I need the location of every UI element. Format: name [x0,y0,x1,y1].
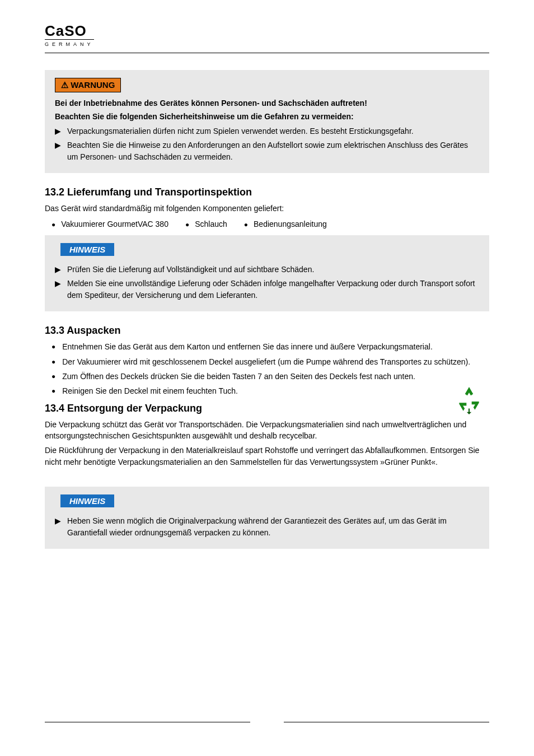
warning-badge: ⚠ WARNUNG [55,78,121,92]
note-bullet: ▶ Melden Sie eine unvollständige Lieferu… [55,278,479,301]
lieferumfang-intro: Das Gerät wird standardmäßig mit folgend… [45,203,489,214]
warning-bullet: ▶ Verpackungsmaterialien dürfen nicht zu… [55,125,479,137]
triangle-right-icon: ▶ [55,139,67,151]
verpackung-para: Die Verpackung schützt das Gerät vor Tra… [45,419,489,442]
bullet-icon: ● [51,371,55,381]
triangle-right-icon: ▶ [55,278,67,290]
list-item: ●Entnehmen Sie das Gerät aus dem Karton … [51,341,489,352]
recycle-icon [455,385,484,414]
verpackung-para: Die Rückführung der Verpackung in den Ma… [45,445,489,468]
note-bullet: ▶ Heben Sie wenn möglich die Originalver… [55,515,479,539]
header-divider [45,53,489,53]
note-callout: HINWEIS ▶ Heben Sie wenn möglich die Ori… [45,487,489,549]
section-title-auspacken: 13.3 Auspacken [45,325,489,337]
lieferumfang-items: ●Vakuumierer GourmetVAC 380 ●Schlauch ●B… [51,220,489,228]
item-text: Zum Öffnen des Deckels drücken Sie die b… [62,371,489,382]
list-item: ●Zum Öffnen des Deckels drücken Sie die … [51,371,489,382]
brand-name: CaSO [45,24,94,40]
list-item: ●Vakuumierer GourmetVAC 380 [51,220,168,228]
warning-callout: ⚠ WARNUNG Bei der Inbetriebnahme des Ger… [45,70,489,173]
triangle-right-icon: ▶ [55,515,67,527]
auspacken-list: ●Entnehmen Sie das Gerät aus dem Karton … [51,341,489,396]
brand-logo: CaSO GERMANY [45,24,94,47]
list-item: ●Reinigen Sie den Deckel mit einem feuch… [51,385,489,396]
item-text: Der Vakuumierer wird mit geschlossenem D… [62,356,489,367]
bullet-icon: ● [185,220,189,228]
triangle-right-icon: ▶ [55,264,67,276]
footer-divider [45,722,489,722]
note-bullet-text: Heben Sie wenn möglich die Originalverpa… [67,515,479,539]
bullet-icon: ● [51,341,55,352]
bullet-icon: ● [51,220,55,228]
section-title-lieferumfang: 13.2 Lieferumfang und Transportinspektio… [45,186,489,198]
warning-line2: Beachten Sie die folgenden Sicherheitshi… [55,111,479,123]
bullet-icon: ● [244,220,248,228]
triangle-right-icon: ▶ [55,125,67,137]
section-title-verpackung: 13.4 Entsorgung der Verpackung [45,403,489,414]
note-badge: HINWEIS [60,494,114,507]
note-callout: HINWEIS ▶ Prüfen Sie die Lieferung auf V… [45,235,489,311]
footer-rule-right [284,722,489,722]
note-bullet-text: Melden Sie eine unvollständige Lieferung… [67,278,479,301]
bullet-icon: ● [51,385,55,396]
footer-rule-left [45,722,250,722]
list-item: ●Bedienungsanleitung [244,220,327,228]
item-text: Vakuumierer GourmetVAC 380 [61,220,168,228]
item-text: Schlauch [195,220,227,228]
brand-country: GERMANY [45,40,94,47]
note-bullet-text: Prüfen Sie die Lieferung auf Vollständig… [67,264,479,276]
item-text: Reinigen Sie den Deckel mit einem feucht… [62,385,489,396]
item-text: Bedienungsanleitung [254,220,327,228]
note-bullet: ▶ Prüfen Sie die Lieferung auf Vollständ… [55,264,479,276]
list-item: ●Der Vakuumierer wird mit geschlossenem … [51,356,489,367]
warning-bullet-text: Verpackungsmaterialien dürfen nicht zum … [67,125,479,137]
bullet-icon: ● [51,356,55,367]
item-text: Entnehmen Sie das Gerät aus dem Karton u… [62,341,489,352]
warning-bullet: ▶ Beachten Sie die Hinweise zu den Anfor… [55,139,479,163]
warning-bullet-text: Beachten Sie die Hinweise zu den Anforde… [67,139,479,163]
note-badge: HINWEIS [60,243,114,256]
list-item: ●Schlauch [185,220,227,228]
warning-line1: Bei der Inbetriebnahme des Gerätes könne… [55,98,479,109]
